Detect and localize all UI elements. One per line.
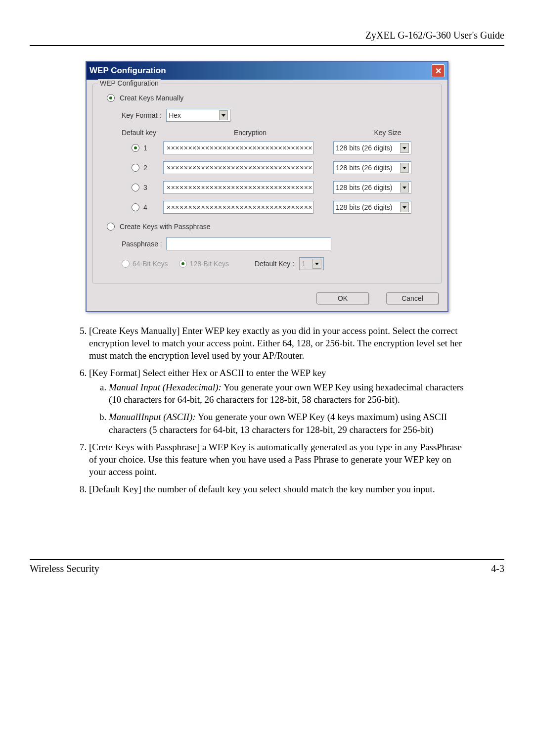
- default-key-label: Default Key :: [255, 260, 294, 268]
- chevron-down-icon: [312, 259, 321, 269]
- close-button[interactable]: ✕: [432, 64, 445, 77]
- list-item: ManualIInput (ASCII): You generate your …: [109, 411, 465, 435]
- key-row: 2 ×××××××××××××××××××××××××××××××××× 128…: [132, 161, 432, 174]
- bits-128-label: 128-Bit Keys: [190, 260, 229, 268]
- groupbox-legend: WEP Configuration: [98, 79, 161, 87]
- bits-64-radio: [122, 260, 130, 268]
- key-size-value: 128 bits (26 digits): [336, 164, 398, 172]
- encryption-input-2[interactable]: ××××××××××××××××××××××××××××××××××: [163, 161, 313, 174]
- cancel-button[interactable]: Cancel: [386, 292, 439, 304]
- page-header: ZyXEL G-162/G-360 User's Guide: [30, 30, 504, 46]
- wep-config-groupbox: WEP Configuration Creat Keys Manually Ke…: [92, 84, 442, 284]
- key-number: 1: [143, 144, 163, 152]
- list-item: Manual Input (Hexadecimal): You generate…: [109, 381, 465, 406]
- bits-64-label: 64-Bit Keys: [133, 260, 168, 268]
- passphrase-label: Passphrase :: [122, 240, 162, 248]
- key-size-value: 128 bits (26 digits): [336, 184, 398, 191]
- key-row: 4 ×××××××××××××××××××××××××××××××××× 128…: [132, 201, 432, 214]
- create-keys-manually-radio[interactable]: [107, 94, 115, 102]
- footer-page-number: 4-3: [491, 563, 504, 574]
- dialog-title: WEP Configuration: [89, 66, 166, 76]
- create-keys-passphrase-label: Create Keys with Passphrase: [120, 223, 211, 231]
- chevron-down-icon: [219, 110, 228, 120]
- key-format-select[interactable]: Hex: [166, 109, 230, 122]
- chevron-down-icon: [400, 202, 409, 212]
- encryption-input-1[interactable]: ××××××××××××××××××××××××××××××××××: [163, 142, 313, 154]
- key-size-value: 128 bits (26 digits): [336, 144, 398, 152]
- default-key-radio-3[interactable]: [132, 184, 139, 191]
- list-item: [Crete Keys with Passphrase] a WEP Key i…: [89, 441, 465, 478]
- key-size-select-3[interactable]: 128 bits (26 digits): [333, 181, 411, 194]
- encryption-input-3[interactable]: ××××××××××××××××××××××××××××××××××: [163, 181, 313, 194]
- key-size-select-1[interactable]: 128 bits (26 digits): [333, 142, 411, 154]
- key-size-select-2[interactable]: 128 bits (26 digits): [333, 161, 411, 174]
- wep-config-dialog: WEP Configuration ✕ WEP Configuration Cr…: [86, 61, 448, 312]
- key-format-label: Key Format :: [122, 111, 161, 119]
- default-key-radio-4[interactable]: [132, 203, 139, 211]
- list-item: [Key Format] Select either Hex or ASCII …: [89, 367, 465, 435]
- passphrase-input[interactable]: [166, 237, 331, 250]
- default-key-header: Default key: [122, 129, 181, 137]
- list-item: [Default Key] the number of default key …: [89, 483, 465, 495]
- key-size-value: 128 bits (26 digits): [336, 203, 398, 211]
- key-number: 4: [143, 203, 163, 211]
- key-row: 1 ×××××××××××××××××××××××××××××××××× 128…: [132, 142, 432, 154]
- body-text: [Create Keys Manually] Enter WEP key exa…: [69, 325, 465, 495]
- bits-128-radio: [179, 260, 187, 268]
- list-item: [Create Keys Manually] Enter WEP key exa…: [89, 325, 465, 362]
- key-row: 3 ×××××××××××××××××××××××××××××××××× 128…: [132, 181, 432, 194]
- page-footer: Wireless Security 4-3: [30, 559, 504, 574]
- default-key-radio-2[interactable]: [132, 164, 139, 172]
- ok-button[interactable]: OK: [316, 292, 369, 304]
- encryption-input-4[interactable]: ××××××××××××××××××××××××××××××××××: [163, 201, 313, 214]
- create-keys-passphrase-radio[interactable]: [107, 223, 115, 231]
- key-number: 2: [143, 164, 163, 172]
- chevron-down-icon: [400, 143, 409, 153]
- default-key-value: 1: [302, 260, 311, 268]
- dialog-titlebar: WEP Configuration ✕: [87, 62, 447, 80]
- footer-section: Wireless Security: [30, 563, 99, 574]
- create-keys-manually-label: Creat Keys Manually: [120, 94, 183, 102]
- key-size-header: Key Size: [343, 129, 432, 137]
- default-key-radio-1[interactable]: [132, 144, 139, 152]
- chevron-down-icon: [400, 163, 409, 173]
- close-icon: ✕: [435, 66, 442, 76]
- key-size-select-4[interactable]: 128 bits (26 digits): [333, 201, 411, 214]
- default-key-select: 1: [299, 257, 324, 270]
- key-format-value: Hex: [169, 111, 217, 119]
- key-number: 3: [143, 184, 163, 191]
- chevron-down-icon: [400, 183, 409, 192]
- encryption-header: Encryption: [181, 129, 319, 137]
